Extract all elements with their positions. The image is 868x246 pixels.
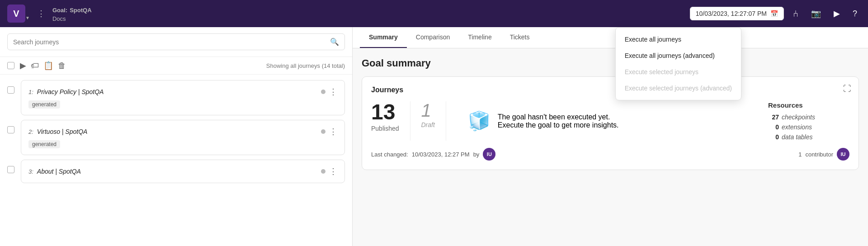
no-exec-icon: 🧊 [468,110,491,132]
journey-card-1[interactable]: 1: Privacy Policy | SpotQA ⋮ generated [21,80,345,115]
fullscreen-button[interactable]: ⛶ [843,84,851,94]
tab-comparison[interactable]: Comparison [407,27,459,48]
data-tables-resource: 0 data tables [768,133,849,141]
contributor-count: 1 [798,151,802,158]
footer-left: Last changed: 10/03/2023, 12:27 PM by IU [371,148,495,161]
journey-1-more-button[interactable]: ⋮ [329,87,337,97]
data-tables-label: data tables [782,133,813,141]
showing-label: Showing all journeys (14 total) [266,62,345,69]
journey-row-3: 3: About | SpotQA ⋮ [7,160,345,183]
journey-2-status [321,129,326,134]
logo-chevron-icon: ▼ [25,15,30,20]
datetime-value: 10/03/2023, 12:27:07 PM [696,10,767,17]
journey-row-1: 1: Privacy Policy | SpotQA ⋮ generated [7,80,345,115]
execute-all-journeys-item[interactable]: Execute all journeys [616,31,741,47]
app-header: V ▼ ⋮ Goal: SpotQA Docs 10/03/2023, 12:2… [0,0,868,27]
journey-2-more-button[interactable]: ⋮ [329,127,337,137]
card-title: Journeys [371,86,849,94]
select-all-checkbox[interactable] [7,62,14,69]
right-panel: Summary Comparison Timeline Tickets Goal… [353,27,868,246]
no-exec-text: The goal hasn't been executed yet. Execu… [498,113,619,129]
extensions-count: 0 [768,123,779,131]
journey-card-2[interactable]: 2: Virtuoso | SpotQA ⋮ generated [21,120,345,155]
toolbar: ▶ 🏷 📋 🗑 Showing all journeys (14 total) [0,57,352,75]
goal-name: SpotQA [70,7,91,14]
header-menu-button[interactable]: ⋮ [35,7,47,20]
draft-count: 1 [421,101,431,119]
journey-2-tag: generated [28,140,60,148]
contributor-label: contributor [806,151,833,158]
search-input-wrap[interactable]: 🔍 [7,33,345,50]
journey-1-number: 1: [28,89,33,95]
toolbar-icons: ▶ 🏷 📋 🗑 [20,61,66,71]
copy-toolbar-icon[interactable]: 📋 [43,61,53,71]
datetime-picker[interactable]: 10/03/2023, 12:27:07 PM 📅 [690,7,784,20]
journey-3-more-button[interactable]: ⋮ [329,166,337,176]
tab-timeline[interactable]: Timeline [459,27,500,48]
calendar-icon: 📅 [770,10,778,17]
journey-2-number: 2: [28,128,33,135]
resources-block: Resources 27 checkpoints 0 extensions 0 … [768,101,849,141]
published-count: 13 [371,101,395,123]
tag-toolbar-icon[interactable]: 🏷 [31,61,39,71]
checkpoints-resource: 27 checkpoints [768,114,849,121]
help-icon[interactable]: ? [849,7,861,20]
left-panel: 🔍 ▶ 🏷 📋 🗑 Showing all journeys (14 total… [0,27,353,246]
logo: V [7,5,25,23]
data-tables-count: 0 [768,133,779,141]
journey-card-3[interactable]: 3: About | SpotQA ⋮ [21,160,345,183]
published-stat: 13 Published [371,101,410,141]
draft-stat: 1 Draft [421,101,446,141]
journey-3-status [321,169,326,174]
published-label: Published [371,125,399,132]
last-changed-datetime: 10/03/2023, 12:27 PM [412,151,470,158]
journeys-summary-card: Journeys ⛶ 13 Published 1 Draft 🧊 Th [362,76,859,170]
camera-icon[interactable]: 📷 [807,7,825,20]
journey-row-2: 2: Virtuoso | SpotQA ⋮ generated [7,120,345,155]
checkpoints-count: 27 [768,114,779,121]
journey-1-status [321,90,326,94]
search-input[interactable] [13,38,326,46]
goal-label: Goal: [52,7,67,14]
execute-all-journeys-advanced-item[interactable]: Execute all journeys (advanced) [616,47,741,64]
header-actions: 10/03/2023, 12:27:07 PM 📅 ⑃ 📷 ▶ ? [690,7,861,21]
journey-3-name: About | SpotQA [37,168,317,175]
journey-3-number: 3: [28,168,33,175]
footer-right: 1 contributor IU [798,148,849,161]
execute-selected-journeys-advanced-item: Execute selected journeys (advanced) [616,80,741,96]
last-changed-label: Last changed: [371,151,408,158]
content-area: Goal summary Journeys ⛶ 13 Published 1 D… [353,48,868,246]
checkpoints-label: checkpoints [782,114,815,121]
tuning-icon[interactable]: ⑃ [789,7,802,21]
page-title: Goal summary [362,57,859,69]
contributor-avatar: IU [837,148,849,161]
journey-2-checkbox[interactable] [7,126,14,133]
delete-toolbar-icon[interactable]: 🗑 [58,61,66,71]
search-bar: 🔍 [0,27,352,57]
journey-1-tag: generated [28,100,60,109]
tab-tickets[interactable]: Tickets [501,27,539,48]
search-icon: 🔍 [330,38,339,46]
journey-3-checkbox[interactable] [7,166,14,173]
extensions-resource: 0 extensions [768,123,849,131]
extensions-label: extensions [782,123,812,131]
header-subtitle: Docs [52,15,66,22]
tab-summary[interactable]: Summary [360,27,407,48]
header-title: Goal: SpotQA Docs [52,5,684,23]
journey-1-name: Privacy Policy | SpotQA [37,88,317,95]
no-execution-block: 🧊 The goal hasn't been executed yet. Exe… [457,101,768,141]
execute-selected-journeys-item: Execute selected journeys [616,64,741,80]
run-icon[interactable]: ▶ [830,7,844,20]
draft-label: Draft [421,121,435,128]
author-avatar: IU [483,148,495,161]
journey-2-name: Virtuoso | SpotQA [37,128,317,135]
journeys-list: 1: Privacy Policy | SpotQA ⋮ generated [0,75,352,246]
execute-dropdown: Execute all journeys Execute all journey… [615,27,741,100]
summary-stats: 13 Published 1 Draft 🧊 The goal hasn't b… [371,101,849,141]
tabs-bar: Summary Comparison Timeline Tickets [353,27,868,48]
resources-title: Resources [768,101,849,109]
last-changed-by: by [473,151,480,158]
summary-footer: Last changed: 10/03/2023, 12:27 PM by IU… [371,148,849,161]
journey-1-checkbox[interactable] [7,86,14,94]
run-toolbar-icon[interactable]: ▶ [20,61,26,71]
